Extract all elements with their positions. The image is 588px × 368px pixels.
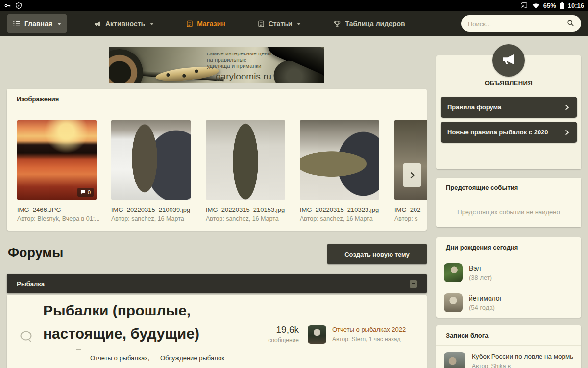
nav-label: Магазин <box>197 20 225 27</box>
banner-text: самые интересные цены на правильные удил… <box>207 51 290 69</box>
image-filename-link[interactable]: IMG_2466.JPG <box>17 206 111 213</box>
avatar[interactable] <box>308 325 326 344</box>
image-meta: Автор: sanchez, 16 Марта <box>300 215 394 222</box>
member-name-link[interactable]: Вэл <box>469 264 492 272</box>
minus-icon <box>412 283 415 284</box>
battery-icon <box>560 2 564 9</box>
image-filename-link[interactable]: IMG_202 <box>394 206 427 213</box>
images-widget-title: Изображения <box>7 89 427 109</box>
gallery-image-pike-winter[interactable] <box>111 120 191 200</box>
images-widget: Изображения 0 IMG_2466.JPG Автор: Blesny… <box>7 89 427 231</box>
post-count: 19,6k <box>235 324 299 335</box>
wifi-icon <box>532 2 540 9</box>
chevron-right-icon <box>408 171 416 179</box>
avatar[interactable] <box>444 293 463 312</box>
forum-stats: 19,6k сообщение <box>235 324 299 343</box>
search-icon[interactable] <box>567 19 574 28</box>
rod-handle-graphic <box>109 49 143 83</box>
post-count-label: сообщение <box>235 337 299 343</box>
gallery-item: IMG_20220315_210039.jpg Автор: sanchez, … <box>111 120 205 222</box>
banner-url: garyloomis.ru <box>216 71 271 82</box>
image-meta: Автор: sanchez, 16 Марта <box>111 215 205 222</box>
speech-bubble-icon <box>80 190 86 195</box>
image-filename-link[interactable]: IMG_20220315_210039.jpg <box>111 206 205 213</box>
collapse-category-button[interactable] <box>410 280 417 288</box>
search-input[interactable] <box>468 20 567 27</box>
page-title: Форумы <box>8 245 63 261</box>
chevron-down-icon <box>57 23 61 25</box>
gallery-image-angler-pike[interactable] <box>300 120 379 200</box>
search-box <box>461 15 581 32</box>
last-post-link[interactable]: Отчеты о рыбалках 2022 <box>332 326 406 333</box>
image-meta: Автор: s <box>394 215 427 222</box>
nav-tab-store[interactable]: Магазин <box>180 14 231 33</box>
subforum-link[interactable]: Обсуждение рыбалок <box>160 354 224 362</box>
list-item: Кубок России по ловле на мормышку… Автор… <box>436 346 581 368</box>
member-age: (54 года) <box>469 304 502 311</box>
gallery-item: 0 IMG_2466.JPG Автор: Blesnyk, Вчера в 0… <box>17 120 111 222</box>
nav-label: Главная <box>24 20 52 27</box>
battery-percent: 65% <box>543 2 556 9</box>
image-filename-link[interactable]: IMG_20220315_210323.jpg <box>300 206 394 213</box>
subforum-links: Отчеты о рыбалках, Обсуждение рыбалок <box>90 354 233 362</box>
birthdays-widget-title: Дни рождения сегодня <box>436 237 581 258</box>
events-widget-title: Предстоящие события <box>436 178 581 198</box>
forum-category-bar[interactable]: Рыбалка <box>7 274 427 293</box>
avatar[interactable] <box>444 352 466 368</box>
megaphone-icon <box>501 52 516 69</box>
nav-tab-leaderboard[interactable]: Таблица лидеров <box>327 14 411 33</box>
gallery-image-partial[interactable] <box>394 120 427 200</box>
comment-count-badge: 0 <box>77 188 94 197</box>
announcement-link-rules[interactable]: Правила форума <box>441 97 577 118</box>
advertisement-banner[interactable]: самые интересные цены на правильные удил… <box>109 47 324 83</box>
nav-tab-activity[interactable]: Активность <box>88 14 160 33</box>
chevron-down-icon <box>150 23 154 25</box>
list-item: Вэл (38 лет) <box>436 258 581 288</box>
create-topic-button[interactable]: Создать новую тему <box>327 244 427 264</box>
image-meta: Автор: sanchez, 16 Марта <box>206 215 300 222</box>
announcement-label: Новые правила рыбалок с 2020 <box>447 129 548 136</box>
gallery-item: IMG_20220315_210323.jpg Автор: sanchez, … <box>300 120 394 222</box>
member-age: (38 лет) <box>469 274 492 281</box>
nav-label: Таблица лидеров <box>345 20 405 27</box>
subforum-branch-line <box>76 344 81 350</box>
nav-tab-articles[interactable]: Статьи <box>252 14 307 33</box>
screen: 65% 10:16 Главная <box>0 0 588 368</box>
announcement-label: Правила форума <box>447 104 501 111</box>
gallery-item: IMG_20220315_210153.jpg Автор: sanchez, … <box>206 120 300 222</box>
shield-icon <box>15 2 22 9</box>
last-post-info: Отчеты о рыбалках 2022 Автор: Stern, 1 ч… <box>332 326 406 342</box>
key-icon <box>4 2 11 9</box>
subforum-link[interactable]: Отчеты о рыбалках, <box>90 354 149 362</box>
nav-label: Активность <box>105 20 145 27</box>
announcement-link-new-rules[interactable]: Новые правила рыбалок с 2020 <box>441 122 577 143</box>
blog-entry-link[interactable]: Кубок России по ловле на мормышку… <box>472 352 573 361</box>
blog-entry-meta: Автор: Shika в <box>472 363 573 368</box>
nav-label: Статьи <box>269 20 293 27</box>
chevron-down-icon <box>297 23 301 25</box>
cast-icon <box>520 2 528 9</box>
nav-tab-home[interactable]: Главная <box>7 14 67 33</box>
blog-entries-widget: Записи блога Кубок России по ловле на мо… <box>436 325 581 368</box>
events-empty-text: Предстоящих событий не найдено <box>436 198 581 226</box>
forum-row: Рыбалки (прошлые, настоящие, будущие) От… <box>7 295 427 368</box>
main-navigation: Главная Активность Магазин <box>0 11 588 36</box>
android-status-bar: 65% 10:16 <box>0 0 588 11</box>
gallery-image-sunset[interactable]: 0 <box>17 120 97 200</box>
forum-title-link[interactable]: Рыбалки (прошлые, настоящие, будущие) <box>43 299 215 345</box>
trophy-icon <box>333 20 341 27</box>
carousel-next-button[interactable] <box>403 163 421 187</box>
announcements-badge <box>492 44 525 77</box>
announcements-title: ОБЪЯВЛЕНИЯ <box>436 79 581 87</box>
list-icon <box>13 20 21 27</box>
avatar[interactable] <box>444 263 463 282</box>
page-icon <box>258 20 265 27</box>
birthdays-widget: Дни рождения сегодня Вэл (38 лет) йетимо… <box>436 237 581 318</box>
gallery-image-pike-closeup[interactable] <box>206 120 285 200</box>
image-filename-link[interactable]: IMG_20220315_210153.jpg <box>206 206 300 213</box>
image-meta: Автор: Blesnyk, Вчера в 01:... <box>17 215 111 222</box>
chevron-right-icon <box>564 104 570 111</box>
forum-category-title: Рыбалка <box>17 280 45 288</box>
member-name-link[interactable]: йетимолог <box>469 294 502 302</box>
clock: 10:16 <box>568 2 584 9</box>
